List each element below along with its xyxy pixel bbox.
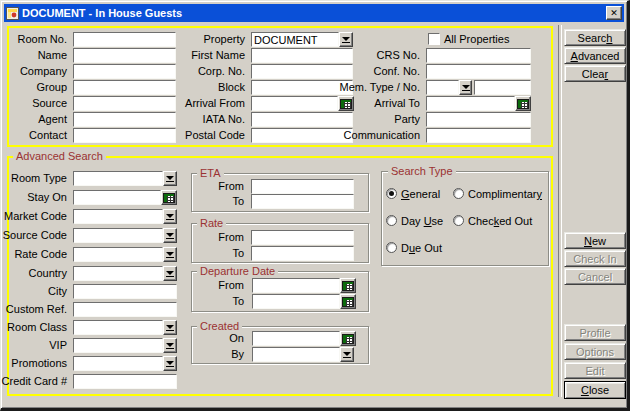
crs-no-input[interactable] — [426, 48, 531, 63]
source-input[interactable] — [73, 96, 176, 111]
corp-no-input[interactable] — [251, 64, 353, 79]
eta-to-input[interactable] — [251, 194, 354, 209]
radio-complimentary[interactable] — [453, 188, 464, 199]
custom-ref-input[interactable] — [73, 302, 177, 317]
source-code-label: Source Code — [3, 228, 67, 243]
contact-label: Contact — [29, 128, 67, 143]
rate-code-label: Rate Code — [14, 247, 67, 262]
clear-button[interactable]: Clear — [564, 65, 626, 82]
rate-code-dropdown-button[interactable] — [163, 247, 177, 262]
iata-no-input[interactable] — [251, 112, 353, 127]
company-input[interactable] — [73, 64, 176, 79]
departure-to-label: To — [232, 294, 244, 309]
rate-from-label: From — [218, 230, 244, 245]
departure-from-input[interactable] — [252, 278, 340, 293]
departure-to-calendar-button[interactable] — [340, 294, 356, 309]
corp-no-label: Corp. No. — [198, 64, 245, 79]
block-input[interactable] — [251, 80, 353, 95]
contact-input[interactable] — [73, 128, 176, 143]
room-class-dropdown-button[interactable] — [163, 320, 177, 335]
room-type-input[interactable] — [73, 171, 163, 186]
close-button[interactable]: Close — [564, 381, 626, 399]
arrival-from-label: Arrival From — [185, 96, 245, 111]
room-type-dropdown-button[interactable] — [163, 171, 177, 186]
titlebar[interactable]: DOCUMENT - In House Guests ✕ — [4, 4, 624, 22]
agent-input[interactable] — [73, 112, 176, 127]
calendar-icon — [342, 297, 354, 307]
source-code-input[interactable] — [73, 228, 163, 243]
calendar-icon — [517, 99, 529, 109]
property-input[interactable] — [251, 32, 339, 47]
group-label: Group — [36, 80, 67, 95]
dropdown-arrow-icon — [166, 175, 174, 183]
market-code-dropdown-button[interactable] — [163, 209, 177, 224]
arrival-from-calendar-button[interactable] — [338, 96, 354, 111]
vip-dropdown-button[interactable] — [163, 338, 177, 353]
name-input[interactable] — [73, 48, 176, 63]
country-input[interactable] — [73, 266, 163, 281]
dropdown-arrow-icon — [342, 36, 350, 44]
room-no-input[interactable] — [73, 32, 176, 47]
cancel-button: Cancel — [564, 268, 626, 285]
postal-code-input[interactable] — [251, 128, 353, 143]
conf-no-label: Conf. No. — [374, 64, 420, 79]
eta-from-input[interactable] — [251, 179, 354, 194]
first-name-input[interactable] — [251, 48, 353, 63]
arrival-to-calendar-button[interactable] — [515, 96, 531, 111]
created-by-label: By — [231, 347, 244, 362]
created-by-dropdown-button[interactable] — [340, 347, 354, 362]
new-button[interactable]: New — [564, 232, 626, 249]
window-close-button[interactable]: ✕ — [606, 6, 622, 20]
radio-general-label: General — [401, 188, 440, 200]
first-name-label: First Name — [191, 48, 245, 63]
party-input[interactable] — [426, 112, 531, 127]
iata-no-label: IATA No. — [203, 112, 245, 127]
advanced-search-title: Advanced Search — [13, 150, 106, 162]
city-input[interactable] — [73, 284, 177, 299]
country-label: Country — [28, 266, 67, 281]
created-on-calendar-button[interactable] — [340, 331, 356, 346]
calendar-icon — [163, 193, 175, 203]
country-dropdown-button[interactable] — [163, 266, 177, 281]
mem-type-dropdown-button[interactable] — [459, 80, 472, 95]
mem-type-input[interactable] — [426, 80, 459, 95]
rate-code-input[interactable] — [73, 247, 163, 262]
source-code-dropdown-button[interactable] — [163, 228, 177, 243]
credit-card-input[interactable] — [73, 374, 177, 389]
communication-input[interactable] — [426, 128, 531, 143]
vip-input[interactable] — [73, 338, 163, 353]
radio-day-use[interactable] — [386, 215, 397, 226]
arrival-to-input[interactable] — [426, 96, 515, 111]
arrival-from-input[interactable] — [251, 96, 338, 111]
group-input[interactable] — [73, 80, 176, 95]
app-icon — [6, 7, 19, 20]
search-button[interactable]: Search — [564, 29, 626, 46]
promotions-dropdown-button[interactable] — [163, 356, 177, 371]
stay-on-calendar-button[interactable] — [161, 190, 177, 205]
departure-from-calendar-button[interactable] — [340, 278, 356, 293]
dropdown-arrow-icon — [462, 84, 470, 92]
radio-due-out-label: Due Out — [401, 242, 442, 254]
created-on-input[interactable] — [252, 331, 340, 346]
property-dropdown-button[interactable] — [339, 32, 353, 47]
dropdown-arrow-icon — [166, 360, 174, 368]
departure-to-input[interactable] — [252, 294, 340, 309]
promotions-input[interactable] — [73, 356, 163, 371]
radio-checked-out[interactable] — [453, 215, 464, 226]
rate-to-input[interactable] — [251, 246, 354, 261]
radio-general[interactable] — [386, 188, 397, 199]
created-by-input[interactable] — [252, 347, 340, 362]
room-class-input[interactable] — [73, 320, 163, 335]
market-code-input[interactable] — [73, 209, 163, 224]
city-label: City — [48, 284, 67, 299]
all-properties-checkbox[interactable] — [428, 33, 440, 45]
advanced-button[interactable]: Advanced — [564, 47, 626, 64]
mem-no-input[interactable] — [474, 80, 531, 95]
rate-from-input[interactable] — [251, 230, 354, 245]
stay-on-label: Stay On — [27, 190, 67, 205]
conf-no-input[interactable] — [426, 64, 531, 79]
room-class-label: Room Class — [7, 320, 67, 335]
rate-group-title: Rate — [197, 217, 226, 229]
stay-on-input[interactable] — [73, 190, 161, 205]
radio-due-out[interactable] — [386, 242, 397, 253]
